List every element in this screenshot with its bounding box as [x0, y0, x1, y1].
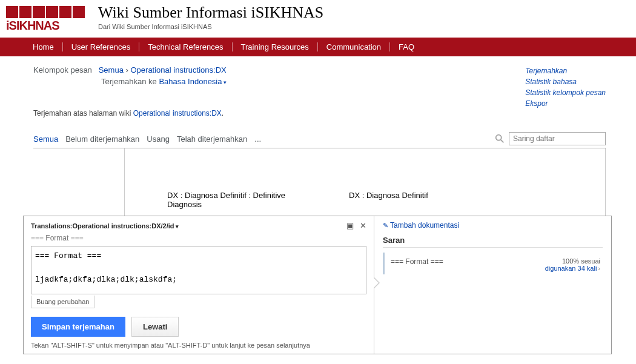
filter-semua[interactable]: Semua	[33, 134, 58, 146]
filter-usang[interactable]: Usang	[147, 134, 170, 146]
nav-home[interactable]: Home	[24, 42, 63, 51]
language-selector[interactable]: Bahasa Indonesia▾	[159, 77, 226, 86]
site-title: Wiki Sumber Informasi iSIKHNAS	[98, 4, 323, 22]
svg-point-0	[496, 135, 502, 141]
site-logo[interactable]: iSIKHNAS	[6, 4, 85, 34]
nav-user-references[interactable]: User References	[63, 42, 140, 51]
filter-belum[interactable]: Belum diterjemahkan	[65, 134, 139, 146]
svg-line-1	[501, 140, 504, 143]
filter-telah[interactable]: Telah diterjemahkan	[177, 134, 247, 146]
breadcrumb-page[interactable]: Operational instructions:DX	[130, 65, 226, 74]
page-note: Terjemahan atas halaman wiki Operational…	[33, 109, 606, 117]
nav-faq[interactable]: FAQ	[390, 42, 423, 51]
side-link-statistik-kelompok[interactable]: Statistik kelompok pesan	[525, 87, 606, 98]
side-link-ekspor[interactable]: Ekspor	[525, 98, 606, 109]
search-icon	[494, 133, 505, 144]
filter-more[interactable]: ...	[254, 134, 261, 146]
search-input[interactable]	[509, 132, 606, 145]
breadcrumb-all[interactable]: Semua	[99, 65, 124, 74]
close-icon[interactable]: ✕	[360, 221, 366, 230]
add-documentation-link[interactable]: Tambah dokumentasi	[383, 221, 603, 230]
nav-technical-references[interactable]: Technical References	[139, 42, 232, 51]
site-subtitle: Dari Wiki Sumber Informasi iSIKHNAS	[98, 23, 323, 30]
side-link-terjemahkan[interactable]: Terjemahkan	[525, 65, 606, 76]
expand-icon[interactable]: ▣	[346, 221, 354, 230]
side-link-statistik-bahasa[interactable]: Statistik bahasa	[525, 76, 606, 87]
nav-training-resources[interactable]: Training Resources	[233, 42, 318, 51]
translation-editor: Translations:Operational instructions:DX…	[23, 216, 612, 234]
main-nav: Home User References Technical Reference…	[0, 38, 636, 56]
breadcrumb-label: Kelompok pesan	[33, 65, 92, 74]
source-text: DX : Diagnosa Definitif : Definitive Dia…	[167, 191, 300, 209]
translate-to-label: Terjemahkan ke	[101, 77, 157, 86]
editor-title[interactable]: Translations:Operational instructions:DX…	[31, 222, 179, 230]
nav-communication[interactable]: Communication	[318, 42, 390, 51]
note-link[interactable]: Operational instructions:DX	[133, 109, 222, 117]
target-text: DX : Diagnosa Definitif	[349, 191, 482, 209]
